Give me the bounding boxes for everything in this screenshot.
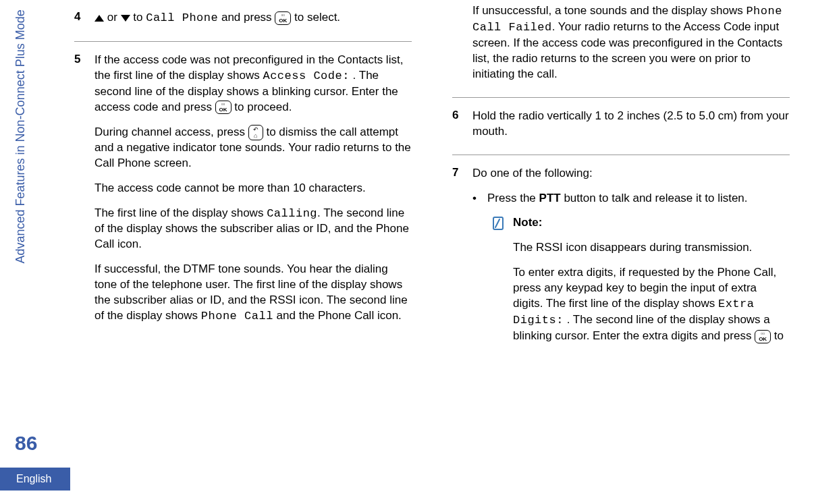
bullet-marker: • — [472, 191, 487, 354]
ptt-label: PTT — [539, 192, 561, 204]
bullet-text: Press the PTT button to talk and release… — [487, 191, 790, 354]
step-divider — [452, 155, 790, 155]
text: and press — [218, 11, 275, 24]
step-body: Do one of the following: • Press the PTT… — [472, 166, 790, 362]
text: Press the — [487, 192, 539, 204]
step-body: If the access code was not preconfigured… — [94, 53, 412, 334]
display-text-call-phone: Call Phone — [146, 11, 218, 24]
step-number: 4 — [74, 10, 94, 36]
right-column: If unsuccessful, a tone sounds and the d… — [452, 3, 790, 367]
text: During channel access, press — [94, 125, 248, 138]
step-body: or to Call Phone and press ▫▫OK to selec… — [94, 10, 412, 36]
text: and the Phone Call icon. — [273, 309, 402, 322]
step-7: 7 Do one of the following: • Press the P… — [452, 159, 790, 362]
main-content: 4 or to Call Phone and press ▫▫OK to sel… — [74, 3, 790, 367]
step-number: 6 — [452, 109, 472, 149]
text: to select. — [291, 11, 340, 24]
text: Hold the radio vertically 1 to 2 inches … — [472, 109, 790, 140]
step-divider — [452, 97, 790, 98]
step-body: If unsuccessful, a tone sounds and the d… — [472, 3, 790, 92]
note-block: Note: The RSSI icon disappears during tr… — [490, 215, 790, 354]
text: to proceed. — [232, 101, 292, 113]
up-arrow-icon — [94, 15, 104, 22]
step-divider — [74, 41, 412, 42]
page-number: 86 — [15, 432, 37, 455]
down-arrow-icon — [121, 15, 130, 22]
bullet-item: • Press the PTT button to talk and relea… — [472, 191, 790, 354]
back-home-button-icon: ↶⌂ — [248, 125, 263, 140]
left-column: 4 or to Call Phone and press ▫▫OK to sel… — [74, 3, 412, 367]
display-text-calling: Calling — [267, 207, 317, 220]
step-5: 5 If the access code was not preconfigur… — [74, 46, 412, 334]
step-6: 6 Hold the radio vertically 1 to 2 inche… — [452, 102, 790, 149]
step-number: 7 — [452, 166, 472, 362]
step-body: Hold the radio vertically 1 to 2 inches … — [472, 109, 790, 149]
step-4: 4 or to Call Phone and press ▫▫OK to sel… — [74, 3, 412, 36]
display-text-access-code: Access Code: — [263, 69, 349, 82]
text: The access code cannot be more than 10 c… — [94, 181, 412, 196]
text: Do one of the following: — [472, 166, 790, 181]
step-number: 5 — [74, 53, 94, 334]
text: or — [104, 11, 121, 24]
text: The first line of the display shows — [94, 206, 267, 219]
ok-button-icon: ▫▫OK — [215, 101, 232, 114]
step-number-spacer — [452, 3, 472, 92]
language-tab: English — [0, 468, 70, 491]
text: button to talk and release it to listen. — [561, 192, 748, 204]
text: If unsuccessful, a tone sounds and the d… — [472, 4, 746, 17]
display-text-phone-call: Phone Call — [201, 310, 273, 323]
ok-button-icon: ▫▫OK — [275, 11, 291, 25]
text: to — [130, 11, 146, 24]
text: The RSSI icon disappears during transmis… — [513, 240, 790, 256]
step-5-continued: If unsuccessful, a tone sounds and the d… — [452, 3, 790, 92]
note-icon — [490, 215, 513, 354]
sidebar-section-title: Advanced Features in Non-Connect Plus Mo… — [13, 9, 28, 263]
ok-button-icon: ▫▫OK — [755, 330, 771, 343]
note-content: Note: The RSSI icon disappears during tr… — [513, 215, 790, 354]
text: to — [771, 329, 784, 342]
note-title: Note: — [513, 215, 790, 231]
